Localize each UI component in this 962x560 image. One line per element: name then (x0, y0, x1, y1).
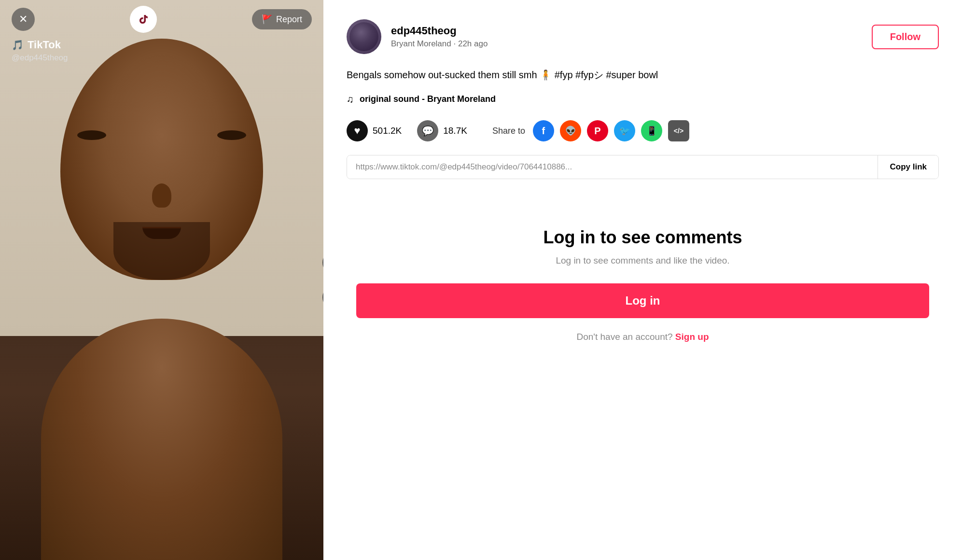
info-panel: edp445theog Bryant Moreland · 22h ago Fo… (323, 0, 962, 560)
reddit-icon: 👽 (565, 126, 576, 136)
copy-link-button[interactable]: Copy link (878, 155, 938, 179)
whatsapp-icon: 📱 (646, 126, 657, 136)
share-icons: f 👽 P 🐦 📱 </> (533, 120, 689, 141)
share-to-label: Share to (492, 126, 525, 136)
comment-icon: 💬 (417, 120, 438, 141)
pinterest-share-button[interactable]: P (587, 120, 608, 141)
login-button[interactable]: Log in (356, 283, 929, 318)
close-button[interactable]: ✕ (12, 8, 35, 31)
navigation-arrows: ∧ ∨ (322, 250, 323, 310)
facebook-share-button[interactable]: f (533, 120, 554, 141)
reddit-share-button[interactable]: 👽 (560, 120, 581, 141)
likes-stat: ♥ 501.2K (347, 120, 402, 141)
embed-icon: </> (674, 127, 683, 135)
heart-icon: ♥ (347, 120, 368, 141)
whatsapp-share-button[interactable]: 📱 (641, 120, 662, 141)
watermark-tiktok-icon: 🎵 (12, 39, 24, 51)
sound-name: original sound - Bryant Moreland (360, 94, 496, 104)
signup-row: Don't have an account? Sign up (356, 332, 929, 342)
comments-subtitle: Log in to see comments and like the vide… (356, 255, 929, 266)
twitter-icon: 🐦 (619, 126, 630, 136)
pinterest-icon: P (594, 126, 600, 137)
user-meta: Bryant Moreland · 22h ago (391, 39, 872, 49)
nav-down-button[interactable]: ∨ (322, 285, 323, 310)
likes-count: 501.2K (373, 126, 402, 136)
follow-button[interactable]: Follow (872, 25, 939, 49)
comments-title: Log in to see comments (356, 227, 929, 248)
comments-section: Log in to see comments Log in to see com… (347, 208, 939, 362)
sound-row: ♫ original sound - Bryant Moreland (347, 94, 939, 105)
flag-icon: 🚩 (262, 14, 272, 25)
stats-row: ♥ 501.2K 💬 18.7K Share to f 👽 P 🐦 📱 (347, 120, 939, 141)
avatar (347, 19, 381, 54)
video-caption: Bengals somehow out-sucked them still sm… (347, 68, 939, 82)
video-top-bar: ✕ 🚩 Report (0, 0, 323, 39)
nav-up-button[interactable]: ∧ (322, 250, 323, 275)
twitter-share-button[interactable]: 🐦 (614, 120, 635, 141)
link-box: https://www.tiktok.com/@edp445theog/vide… (347, 155, 939, 179)
facebook-icon: f (542, 126, 545, 137)
avatar-image (349, 22, 378, 51)
comments-stat: 💬 18.7K (417, 120, 467, 141)
tiktok-icon (135, 11, 152, 28)
video-watermark: 🎵 TikTok @edp445theog (12, 39, 68, 63)
video-url: https://www.tiktok.com/@edp445theog/vide… (347, 155, 878, 179)
music-icon: ♫ (347, 94, 354, 105)
comments-count: 18.7K (443, 126, 467, 136)
video-background: ✕ 🚩 Report 🎵 TikTo (0, 0, 323, 560)
user-header: edp445theog Bryant Moreland · 22h ago Fo… (347, 19, 939, 54)
svg-point-0 (135, 11, 152, 28)
tiktok-logo (130, 6, 157, 33)
user-info: edp445theog Bryant Moreland · 22h ago (391, 25, 872, 49)
signup-link[interactable]: Sign up (675, 332, 709, 342)
report-button[interactable]: 🚩 Report (252, 9, 312, 29)
username: edp445theog (391, 25, 872, 37)
video-panel: ✕ 🚩 Report 🎵 TikTo (0, 0, 323, 560)
embed-share-button[interactable]: </> (668, 120, 689, 141)
tiktok-logo-area (130, 6, 157, 33)
